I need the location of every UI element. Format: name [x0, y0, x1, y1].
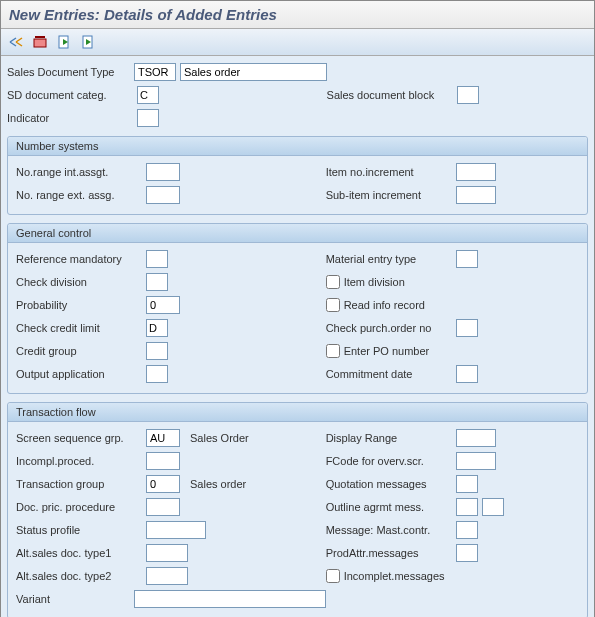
status-profile-label: Status profile: [16, 524, 146, 536]
incomplet-label: Incomplet.messages: [344, 570, 445, 582]
enter-po-label: Enter PO number: [344, 345, 430, 357]
variant-input[interactable]: [134, 590, 325, 608]
screen-seq-desc: Sales Order: [190, 432, 249, 444]
fcode-input[interactable]: [456, 452, 496, 470]
ref-mandatory-input[interactable]: [146, 250, 168, 268]
transaction-flow-group: Transaction flow Screen sequence grp. Sa…: [7, 402, 588, 617]
output-app-input[interactable]: [146, 365, 168, 383]
message-mast-input[interactable]: [456, 521, 478, 539]
general-control-header: General control: [8, 224, 587, 243]
trans-group-label: Transaction group: [16, 478, 146, 490]
sales-doc-block-label: Sales document block: [327, 89, 457, 101]
transaction-flow-header: Transaction flow: [8, 403, 587, 422]
message-mast-label: Message: Mast.contr.: [326, 524, 456, 536]
prodattr-label: ProdAttr.messages: [326, 547, 456, 559]
prodattr-input[interactable]: [456, 544, 478, 562]
quotation-msg-label: Quotation messages: [326, 478, 456, 490]
read-info-checkbox[interactable]: [326, 298, 340, 312]
range-ext-input[interactable]: [146, 186, 180, 204]
incompl-proc-input[interactable]: [146, 452, 180, 470]
sales-doc-block-input[interactable]: [457, 86, 479, 104]
sap-window: New Entries: Details of Added Entries Sa…: [0, 0, 595, 617]
content-area: Sales Document Type SD document categ. S…: [1, 56, 594, 617]
previous-entry-icon[interactable]: [55, 33, 73, 51]
status-profile-input[interactable]: [146, 521, 206, 539]
incompl-proc-label: Incompl.proced.: [16, 455, 146, 467]
probability-label: Probability: [16, 299, 146, 311]
indicator-input[interactable]: [137, 109, 159, 127]
number-systems-group: Number systems No.range int.assgt. Item …: [7, 136, 588, 215]
range-int-input[interactable]: [146, 163, 180, 181]
outline-agr-label: Outline agrmt mess.: [326, 501, 456, 513]
doc-pric-input[interactable]: [146, 498, 180, 516]
outline-agr-input[interactable]: [456, 498, 478, 516]
credit-group-input[interactable]: [146, 342, 168, 360]
item-division-label: Item division: [344, 276, 405, 288]
title-bar: New Entries: Details of Added Entries: [1, 1, 594, 29]
commitment-input[interactable]: [456, 365, 478, 383]
sd-doc-categ-label: SD document categ.: [7, 89, 137, 101]
check-credit-input[interactable]: [146, 319, 168, 337]
next-entry-icon[interactable]: [79, 33, 97, 51]
probability-input[interactable]: [146, 296, 180, 314]
range-ext-label: No. range ext. assg.: [16, 189, 146, 201]
sales-doc-type-input[interactable]: [134, 63, 176, 81]
quotation-msg-input[interactable]: [456, 475, 478, 493]
screen-seq-label: Screen sequence grp.: [16, 432, 146, 444]
item-inc-label: Item no.increment: [326, 166, 456, 178]
page-title: New Entries: Details of Added Entries: [9, 6, 586, 23]
check-po-label: Check purch.order no: [326, 322, 456, 334]
toolbar: [1, 29, 594, 56]
screen-seq-input[interactable]: [146, 429, 180, 447]
svg-rect-0: [34, 39, 46, 47]
commitment-label: Commitment date: [326, 368, 456, 380]
read-info-label: Read info record: [344, 299, 425, 311]
trans-group-input[interactable]: [146, 475, 180, 493]
item-inc-input[interactable]: [456, 163, 496, 181]
credit-group-label: Credit group: [16, 345, 146, 357]
doc-pric-label: Doc. pric. procedure: [16, 501, 146, 513]
alt-sales1-label: Alt.sales doc. type1: [16, 547, 146, 559]
number-systems-header: Number systems: [8, 137, 587, 156]
alt-sales2-label: Alt.sales doc. type2: [16, 570, 146, 582]
check-credit-label: Check credit limit: [16, 322, 146, 334]
sub-item-inc-label: Sub-item increment: [326, 189, 456, 201]
material-entry-label: Material entry type: [326, 253, 456, 265]
variant-label: Variant: [16, 593, 134, 605]
fcode-label: FCode for overv.scr.: [326, 455, 456, 467]
check-division-input[interactable]: [146, 273, 168, 291]
indicator-label: Indicator: [7, 112, 137, 124]
alt-sales2-input[interactable]: [146, 567, 188, 585]
check-division-label: Check division: [16, 276, 146, 288]
item-division-checkbox[interactable]: [326, 275, 340, 289]
ref-mandatory-label: Reference mandatory: [16, 253, 146, 265]
sd-doc-categ-input[interactable]: [137, 86, 159, 104]
check-po-input[interactable]: [456, 319, 478, 337]
range-int-label: No.range int.assgt.: [16, 166, 146, 178]
alt-sales1-input[interactable]: [146, 544, 188, 562]
incomplet-checkbox[interactable]: [326, 569, 340, 583]
outline-agr-input-2[interactable]: [482, 498, 504, 516]
toggle-icon[interactable]: [7, 33, 25, 51]
sales-doc-type-label: Sales Document Type: [7, 66, 134, 78]
sales-doc-type-desc[interactable]: [180, 63, 327, 81]
display-range-input[interactable]: [456, 429, 496, 447]
display-range-label: Display Range: [326, 432, 456, 444]
delete-icon[interactable]: [31, 33, 49, 51]
enter-po-checkbox[interactable]: [326, 344, 340, 358]
sub-item-inc-input[interactable]: [456, 186, 496, 204]
output-app-label: Output application: [16, 368, 146, 380]
trans-group-desc: Sales order: [190, 478, 246, 490]
material-entry-input[interactable]: [456, 250, 478, 268]
general-control-group: General control Reference mandatory Mate…: [7, 223, 588, 394]
